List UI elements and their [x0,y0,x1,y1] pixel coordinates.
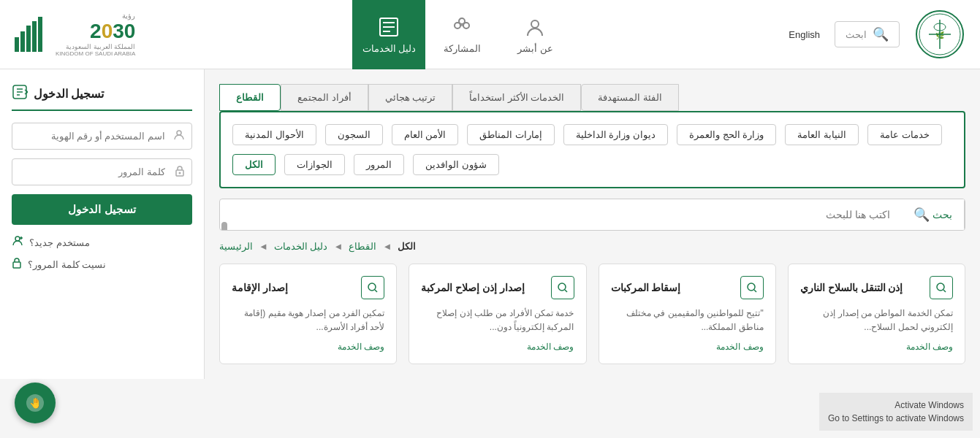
card-header-2: إسقاط المركبات [611,276,764,299]
login-header: تسجيل الدخول [12,84,192,111]
login-button[interactable]: تسجيل الدخول [12,194,192,225]
nav-services-label: دليل الخدمات [362,43,417,54]
search-submit-button[interactable]: بحث 🔍 [902,199,965,230]
forgot-password-icon [12,257,22,272]
svg-rect-16 [20,31,25,52]
sector-all[interactable]: الكل [232,154,276,175]
breadcrumb-sep2: ◄ [334,241,343,252]
svg-line-23 [754,290,756,292]
nav-about-label: عن أبشر [517,43,553,54]
card-search-icon-3[interactable] [551,276,574,299]
card-desc-2: "تتيح للمواطنين والمقيمين في مختلف مناطق… [611,307,764,334]
card-header-3: إصدار إذن إصلاح المركبة [421,276,574,299]
vision-text: رؤية 2030 المملكة العربية السعودية KINGD… [56,12,135,57]
username-input[interactable] [12,123,192,150]
new-user-link[interactable]: مستخدم جديد؟ [12,235,192,250]
tab-sector[interactable]: القطاع [219,84,281,111]
sector-prosecution[interactable]: النيابة العامة [785,124,859,145]
sector-buttons-row: خدمات عامة النيابة العامة وزارة الحج وال… [232,124,952,175]
search-icon: 🔍 [873,26,889,42]
tab-target[interactable]: الفئة المستهدفة [581,84,679,111]
card-desc-4: تمكين الفرد من إصدار هوية مقيم (إقامة لأ… [232,307,384,334]
sector-general-services[interactable]: خدمات عامة [867,124,942,145]
search-button-icon: 🔍 [913,207,930,223]
forgot-password-link[interactable]: نسيت كلمة المرور؟ [12,257,192,272]
card-link-2[interactable]: وصف الخدمة [611,342,764,352]
svg-point-22 [748,283,755,291]
card-header-4: إصدار الإقامة [232,276,384,299]
nav-participation-label: المشاركة [444,43,481,54]
service-card-residency: إصدار الإقامة تمكين الفرد من إصدار هوية … [219,264,397,364]
search-button[interactable]: 🔍 ابحث [835,21,900,47]
service-card-vehicles: إسقاط المركبات "تتيح للمواطنين والمقيمين… [599,264,776,364]
government-logo: 🌿 [914,9,965,60]
nav-about[interactable]: عن أبشر [498,0,571,69]
search-input[interactable] [227,201,902,228]
forgot-password-label: نسيت كلمة المرور؟ [28,259,106,270]
nav-left: 🌿 🔍 ابحث English [789,9,965,60]
card-search-icon-4[interactable] [361,276,384,299]
sector-hajj[interactable]: وزارة الحج والعمرة [677,124,776,145]
sector-emirates[interactable]: إمارات المناطق [467,124,555,145]
nav-services[interactable]: دليل الخدمات [352,0,425,69]
breadcrumb: الكل ◄ القطاع ◄ دليل الخدمات ◄ الرئيسية [219,241,965,252]
vision-logo: رؤية 2030 المملكة العربية السعودية KINGD… [15,12,135,57]
card-search-icon-1[interactable] [930,276,953,299]
filter-section: الفئة المستهدفة الخدمات الأكثر استخداماً… [219,84,965,231]
tab-most-used[interactable]: الخدمات الأكثر استخداماً [452,84,581,111]
breadcrumb-home[interactable]: الرئيسية [219,241,253,252]
password-wrapper [12,158,192,185]
card-header-1: إذن التنقل بالسلاح الناري [800,276,953,299]
sector-passports[interactable]: الجوازات [284,154,345,175]
service-card-firearm: إذن التنقل بالسلاح الناري تمكن الخدمة ال… [788,264,965,364]
tabs-container: الفئة المستهدفة الخدمات الأكثر استخداماً… [219,84,965,111]
nav-participation[interactable]: المشاركة [425,0,498,69]
main-navigation: عن أبشر المشاركة دليل الخدمات [352,0,571,69]
password-input[interactable] [12,158,192,185]
card-link-3[interactable]: وصف الخدمة [421,342,574,352]
main-layout: الفئة المستهدفة الخدمات الأكثر استخداماً… [0,69,980,379]
svg-line-27 [375,290,377,292]
svg-rect-19 [38,17,42,52]
card-title-4: إصدار الإقامة [232,282,288,293]
card-desc-1: تمكن الخدمة المواطن من إصدار إذن إلكترون… [800,307,953,334]
scrollbar-thumb [221,222,227,231]
search-button-label: بحث [932,209,952,220]
sidebar-links: مستخدم جديد؟ نسيت كلمة المرور؟ [12,235,192,272]
english-link[interactable]: English [789,29,820,40]
card-link-4[interactable]: وصف الخدمة [232,342,384,352]
card-title-3: إصدار إذن إصلاح المركبة [421,282,525,293]
breadcrumb-sector[interactable]: القطاع [349,241,376,252]
svg-line-21 [943,290,946,292]
breadcrumb-current: الكل [398,241,416,252]
svg-rect-40 [13,262,20,268]
content-area: الفئة المستهدفة الخدمات الأكثر استخداماً… [205,69,980,379]
search-bar: بحث 🔍 [219,199,965,231]
svg-point-37 [15,237,20,241]
sector-interior[interactable]: ديوان وزارة الداخلية [563,124,668,145]
sidebar: تسجيل الدخول [0,69,205,379]
breadcrumb-services-guide[interactable]: دليل الخدمات [274,241,328,252]
login-icon [12,84,28,104]
new-user-label: مستخدم جديد؟ [29,237,90,248]
breadcrumb-sep1: ◄ [259,241,268,252]
card-search-icon-2[interactable] [740,276,764,299]
card-title-2: إسقاط المركبات [611,282,681,293]
sector-traffic[interactable]: المرور [354,154,404,175]
top-navigation: 🌿 🔍 ابحث English عن أبشر [0,0,980,69]
svg-rect-17 [26,26,31,52]
tab-alphabetical[interactable]: ترتيب هجائي [368,84,453,111]
svg-point-20 [937,283,944,291]
card-desc-3: خدمة تمكن الأفراد من طلب إذن إصلاح المرك… [421,307,574,334]
card-link-1[interactable]: وصف الخدمة [800,342,953,352]
sector-expats[interactable]: شؤون الوافدين [413,154,499,175]
tab-community[interactable]: أفراد المجتمع [281,84,368,111]
svg-line-25 [565,290,567,292]
svg-point-24 [558,283,566,291]
sector-public-security[interactable]: الأمن العام [392,124,459,145]
sector-box: خدمات عامة النيابة العامة وزارة الحج وال… [219,111,965,188]
search-label: ابحث [846,29,867,40]
sector-prisons[interactable]: السجون [325,124,383,145]
login-title: تسجيل الدخول [34,87,104,101]
sector-civil[interactable]: الأحوال المدنية [232,124,316,145]
